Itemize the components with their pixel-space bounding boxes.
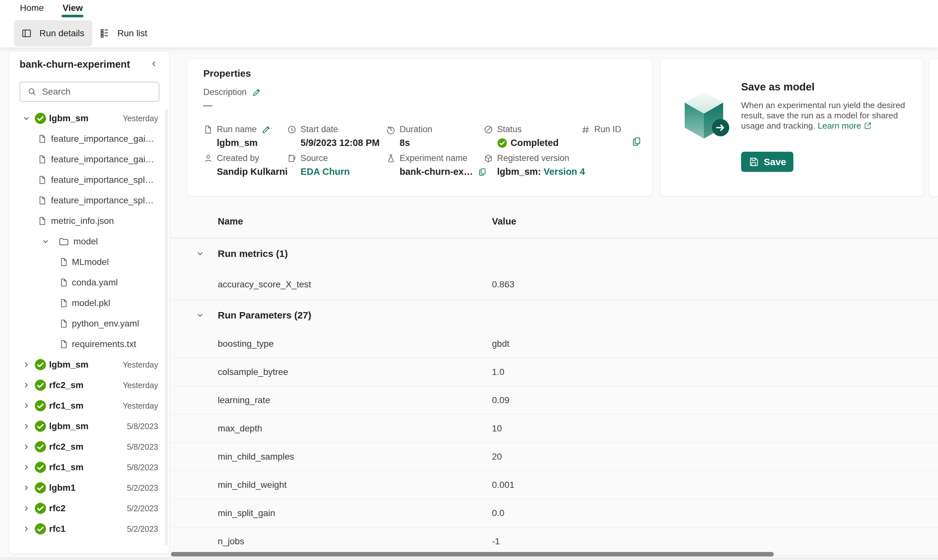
chevron-down-icon[interactable] [42, 237, 50, 246]
collapse-sidebar-icon[interactable] [150, 59, 159, 68]
chevron-right-icon[interactable] [22, 525, 31, 533]
ribbon-toolbar: Run details Run list [0, 19, 938, 48]
run-details-page: Home View Run details Run list bank-chur… [0, 0, 938, 560]
run-details-label: Run details [40, 28, 85, 38]
copy-run-id-icon[interactable] [631, 136, 642, 147]
field-source: Source EDA Churn [287, 153, 350, 177]
tab-view[interactable]: View [63, 3, 83, 13]
chevron-right-icon[interactable] [22, 443, 31, 451]
tree-run[interactable]: rfc2 5/2/2023 [9, 498, 169, 518]
file-icon [37, 134, 47, 144]
properties-title: Properties [203, 68, 251, 79]
field-run-id: Run ID [581, 125, 621, 134]
properties-card: Properties Description — Run name lgbm_s… [187, 59, 653, 196]
tree-run[interactable]: lgbm_sm 5/8/2023 [9, 416, 169, 437]
hash-icon [581, 125, 590, 134]
learn-more-link[interactable]: Learn more [818, 121, 861, 131]
table-row: min_split_gain 0.0 [171, 499, 938, 528]
save-icon [748, 157, 759, 168]
table-row: min_child_weight 0.001 [171, 471, 938, 499]
history-clock-icon [386, 125, 396, 134]
tree-run[interactable]: rfc2_sm Yesterday [9, 375, 169, 395]
tree-run[interactable]: rfc2_sm 5/8/2023 [9, 437, 169, 457]
notebook-icon [287, 154, 297, 163]
tree-file[interactable]: feature_importance_gai… [9, 149, 169, 170]
run-details-button[interactable]: Run details [14, 20, 92, 46]
name-column-header: Name [218, 216, 492, 227]
table-row: boosting_type gbdt [171, 330, 938, 358]
tree-file[interactable]: requirements.txt [9, 334, 169, 354]
tree-file[interactable]: feature_importance_gai… [9, 129, 169, 149]
ribbon-tab-bar: Home View [0, 0, 938, 19]
field-run-name: Run name lgbm_sm [203, 125, 271, 148]
tree-file[interactable]: conda.yaml [9, 272, 169, 293]
file-icon [37, 195, 47, 205]
chevron-down-icon[interactable] [22, 114, 31, 123]
run-list-button[interactable]: Run list [96, 20, 147, 46]
tree-file[interactable]: feature_importance_spl… [9, 170, 169, 190]
search-input[interactable] [42, 86, 149, 97]
field-duration: Duration 8s [386, 125, 432, 148]
save-as-model-title: Save as model [741, 81, 815, 93]
run-success-icon [34, 112, 46, 125]
section-run-parameters[interactable]: Run Parameters (27) [171, 300, 938, 330]
run-success-icon [34, 379, 46, 391]
file-icon [59, 278, 69, 288]
table-row: accuracy_score_X_test 0.863 [171, 269, 938, 300]
tree-file[interactable]: model.pkl [9, 293, 169, 313]
table-header-row: Name Value [171, 205, 938, 238]
tree-file[interactable]: metric_info.json [9, 211, 169, 231]
horizontal-scrollbar[interactable] [171, 552, 774, 557]
file-icon [59, 339, 69, 349]
tree-run[interactable]: lgbm_sm Yesterday [9, 354, 169, 375]
tree-run[interactable]: rfc1_sm Yesterday [9, 395, 169, 416]
tab-view-active-underline [62, 15, 83, 17]
status-icon [484, 125, 493, 134]
external-link-icon [864, 122, 872, 130]
tree-file[interactable]: python_env.yaml [9, 313, 169, 334]
run-tree: lgbm_sm Yesterday feature_importance_gai… [9, 108, 169, 539]
tree-run[interactable]: rfc1_sm 5/8/2023 [9, 457, 169, 478]
field-created-by: Created by Sandip Kulkarni [203, 153, 288, 177]
chevron-down-icon[interactable] [196, 311, 204, 320]
tree-run[interactable]: rfc1 5/2/2023 [9, 518, 169, 539]
save-as-model-card: Save as model When an experimental run y… [660, 59, 923, 196]
tree-file[interactable]: MLmodel [9, 252, 169, 272]
person-icon [203, 154, 213, 163]
chevron-right-icon[interactable] [22, 504, 31, 512]
chevron-down-icon[interactable] [196, 249, 204, 258]
run-list-label: Run list [117, 28, 147, 38]
chevron-right-icon[interactable] [22, 422, 31, 431]
tree-file[interactable]: feature_importance_spl… [9, 190, 169, 211]
field-start-date: Start date 5/9/2023 12:08 PM [287, 125, 380, 148]
run-success-icon [34, 461, 46, 474]
bottom-edge [0, 557, 938, 560]
chevron-right-icon[interactable] [22, 484, 31, 492]
file-icon [59, 257, 69, 267]
tree-run-expanded[interactable]: lgbm_sm Yesterday [9, 108, 169, 129]
save-button[interactable]: Save [741, 152, 793, 172]
tree-folder-model[interactable]: model [9, 231, 169, 252]
edit-description-icon[interactable] [252, 88, 261, 97]
field-registered-version: Registered version lgbm_sm: Version 4 [484, 153, 585, 177]
sidebar-scrollbar[interactable] [165, 109, 168, 546]
file-icon [37, 216, 47, 226]
chevron-right-icon[interactable] [22, 402, 31, 410]
chevron-right-icon[interactable] [22, 381, 31, 389]
value-column-header: Value [492, 216, 938, 227]
horizontal-scrollbar-track [171, 551, 938, 557]
source-link[interactable]: EDA Churn [300, 166, 350, 177]
tree-run[interactable]: lgbm1 5/2/2023 [9, 478, 169, 498]
chevron-right-icon[interactable] [22, 360, 31, 369]
registered-version-link[interactable]: Version 4 [544, 166, 585, 177]
model-cube-graphic [681, 90, 733, 144]
run-success-icon [34, 420, 46, 432]
chevron-right-icon[interactable] [22, 463, 31, 471]
experiment-sidebar: bank-churn-experiment lgbm_sm Yesterday … [9, 51, 169, 554]
edit-run-name-icon[interactable] [261, 125, 271, 134]
panel-layout-icon [21, 28, 32, 39]
section-run-metrics[interactable]: Run metrics (1) [171, 238, 938, 269]
tab-home[interactable]: Home [20, 3, 44, 13]
beaker-icon [386, 154, 396, 163]
table-row: min_child_samples 20 [171, 443, 938, 471]
